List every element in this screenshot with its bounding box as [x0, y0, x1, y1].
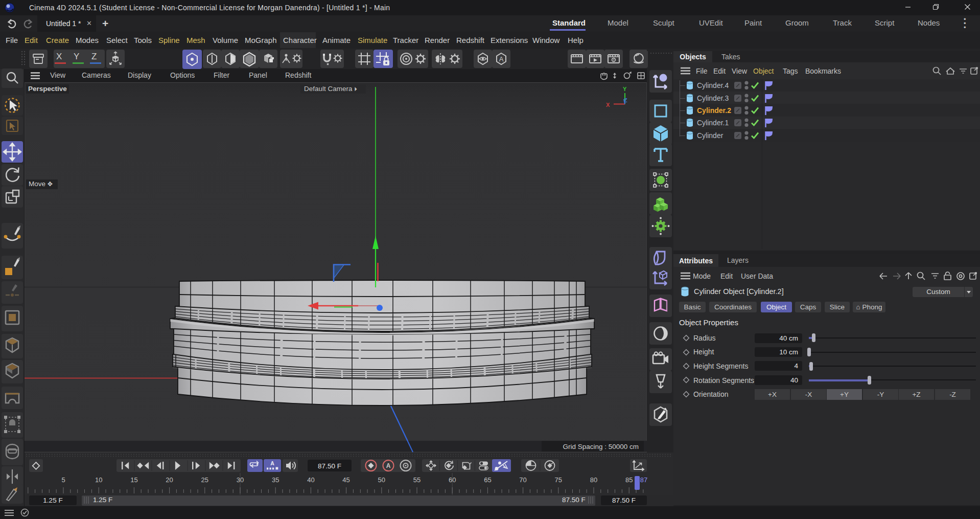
svg-text:5: 5: [61, 476, 65, 484]
svg-text:85: 85: [625, 476, 633, 484]
svg-text:10: 10: [95, 476, 102, 484]
svg-text:Y: Y: [623, 86, 627, 92]
svg-text:A: A: [386, 462, 391, 469]
svg-text:Z: Z: [624, 97, 627, 103]
svg-text:Grid Spacing : 50000 cm: Grid Spacing : 50000 cm: [563, 443, 639, 450]
svg-text:50: 50: [378, 476, 385, 484]
svg-text:A: A: [499, 55, 504, 63]
svg-text:80: 80: [590, 476, 597, 484]
svg-text:35: 35: [272, 476, 279, 484]
svg-text:25: 25: [201, 476, 208, 484]
svg-text:65: 65: [484, 476, 491, 484]
svg-text:15: 15: [130, 476, 137, 484]
svg-text:87: 87: [640, 476, 647, 484]
svg-text:45: 45: [342, 476, 349, 484]
svg-text:40: 40: [307, 476, 314, 484]
svg-text:60: 60: [449, 476, 456, 484]
svg-text:87.50 F: 87.50 F: [318, 462, 341, 470]
svg-text:75: 75: [555, 476, 562, 484]
svg-text:70: 70: [519, 476, 526, 484]
svg-text:30: 30: [237, 476, 244, 484]
svg-text:20: 20: [166, 476, 173, 484]
svg-text:55: 55: [413, 476, 421, 484]
svg-text:X: X: [606, 102, 610, 108]
